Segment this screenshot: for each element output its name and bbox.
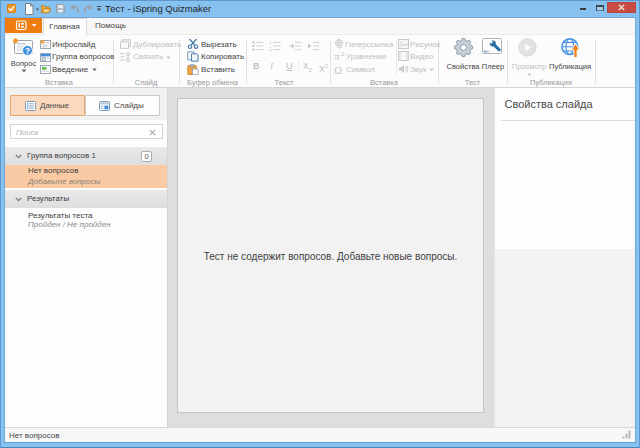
svg-text:2: 2 [269, 47, 272, 51]
svg-text:?: ? [25, 46, 30, 56]
svg-text:π: π [334, 51, 340, 62]
svg-text:Ω: Ω [334, 64, 342, 75]
svg-text:1: 1 [269, 41, 272, 45]
svg-text:2: 2 [341, 51, 345, 57]
